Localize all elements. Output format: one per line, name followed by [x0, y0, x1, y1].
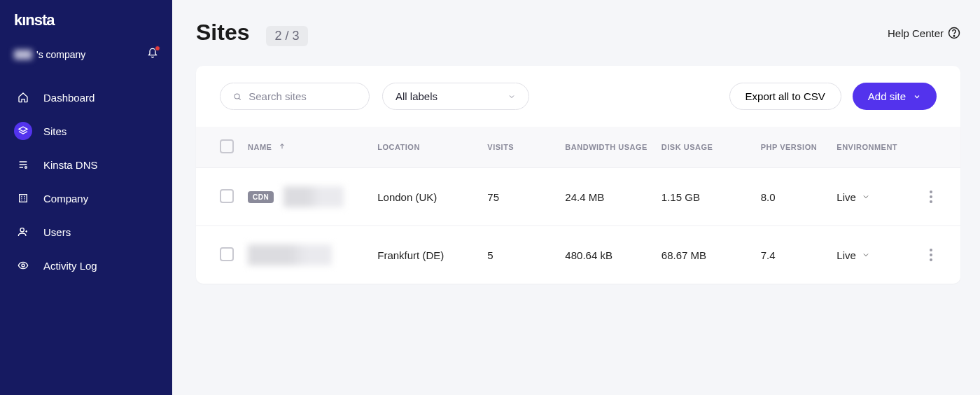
- sidebar-item-label: Activity Log: [43, 260, 97, 272]
- svg-text:kınsta: kınsta: [14, 13, 55, 28]
- toolbar: All labels Export all to CSV Add site: [196, 66, 960, 127]
- site-name-redacted: [284, 186, 344, 207]
- company-switcher[interactable]: 's company: [0, 41, 172, 68]
- svg-point-1: [25, 167, 27, 169]
- column-header-disk[interactable]: DISK USAGE: [662, 143, 713, 151]
- export-csv-button[interactable]: Export all to CSV: [729, 83, 841, 110]
- cell-bandwidth: 480.64 kB: [558, 226, 654, 284]
- dns-icon: [18, 159, 29, 170]
- chevron-down-icon: [913, 92, 921, 101]
- help-center-link[interactable]: Help Center: [888, 27, 960, 39]
- column-header-name[interactable]: NAME: [248, 143, 272, 151]
- site-name-redacted: [248, 244, 332, 265]
- nav: Dashboard Sites Kinsta DNS Company Users…: [0, 81, 172, 282]
- help-center-label: Help Center: [888, 27, 944, 39]
- sites-card: All labels Export all to CSV Add site: [196, 66, 960, 284]
- environment-label: Live: [836, 249, 856, 261]
- svg-point-7: [234, 93, 239, 98]
- column-header-environment[interactable]: ENVIRONMENT: [836, 143, 897, 151]
- svg-point-3: [20, 228, 24, 232]
- table-row[interactable]: CDN London (UK) 75 24.4 MB 1.15 GB 8.0 L…: [196, 168, 960, 226]
- row-checkbox[interactable]: [220, 247, 234, 261]
- sidebar-item-label: Users: [43, 226, 71, 238]
- row-checkbox[interactable]: [220, 189, 234, 203]
- column-header-location[interactable]: LOCATION: [377, 143, 420, 151]
- company-suffix: 's company: [36, 49, 85, 60]
- cell-bandwidth: 24.4 MB: [558, 168, 654, 226]
- svg-rect-2: [20, 195, 27, 202]
- building-icon: [18, 193, 29, 204]
- cell-visits: 75: [480, 168, 558, 226]
- cell-disk: 68.67 MB: [654, 226, 754, 284]
- row-actions-button[interactable]: [925, 244, 937, 265]
- help-icon: [948, 27, 960, 39]
- sites-table: NAME LOCATION VISITS BANDWIDTH USAGE DIS…: [196, 127, 960, 284]
- search-input[interactable]: [248, 90, 356, 102]
- cell-disk: 1.15 GB: [654, 168, 754, 226]
- sidebar-item-label: Kinsta DNS: [43, 159, 98, 171]
- users-icon: [18, 226, 29, 237]
- cell-php: 7.4: [754, 226, 830, 284]
- sort-asc-icon: [279, 143, 286, 150]
- environment-dropdown[interactable]: Live: [836, 191, 911, 203]
- environment-dropdown[interactable]: Live: [836, 249, 911, 261]
- cell-php: 8.0: [754, 168, 830, 226]
- row-actions-button[interactable]: [925, 186, 937, 207]
- cell-location: London (UK): [370, 168, 480, 226]
- sidebar-item-sites[interactable]: Sites: [0, 114, 172, 148]
- add-site-label: Add site: [868, 90, 906, 102]
- page-header: Sites 2 / 3 Help Center: [196, 20, 960, 46]
- sidebar-item-label: Dashboard: [43, 92, 94, 104]
- page-title: Sites: [196, 20, 249, 46]
- main-content: Sites 2 / 3 Help Center All labels: [172, 0, 980, 395]
- notification-dot-icon: [155, 46, 160, 51]
- search-icon: [233, 92, 241, 102]
- sidebar-item-company[interactable]: Company: [0, 181, 172, 215]
- cell-location: Frankfurt (DE): [370, 226, 480, 284]
- environment-label: Live: [836, 191, 856, 203]
- sidebar-item-label: Sites: [43, 125, 66, 137]
- column-header-bandwidth[interactable]: BANDWIDTH USAGE: [565, 143, 648, 151]
- eye-icon: [18, 260, 29, 271]
- svg-point-6: [953, 35, 955, 36]
- sidebar-item-dns[interactable]: Kinsta DNS: [0, 148, 172, 181]
- labels-filter-label: All labels: [396, 90, 438, 102]
- labels-filter-dropdown[interactable]: All labels: [382, 83, 529, 110]
- sidebar-item-label: Company: [43, 193, 88, 205]
- chevron-down-icon: [507, 92, 516, 101]
- chevron-down-icon: [862, 251, 870, 259]
- table-row[interactable]: Frankfurt (DE) 5 480.64 kB 68.67 MB 7.4 …: [196, 226, 960, 284]
- sidebar: kınsta 's company Dashboard Sites: [0, 0, 172, 395]
- site-count-badge: 2 / 3: [266, 26, 307, 46]
- select-all-checkbox[interactable]: [220, 139, 234, 153]
- add-site-button[interactable]: Add site: [853, 83, 937, 110]
- chevron-down-icon: [862, 193, 870, 201]
- cdn-badge: CDN: [248, 191, 274, 203]
- cell-visits: 5: [480, 226, 558, 284]
- sidebar-item-users[interactable]: Users: [0, 215, 172, 249]
- layers-icon: [18, 125, 29, 137]
- company-name-redacted: [14, 50, 32, 60]
- sidebar-item-dashboard[interactable]: Dashboard: [0, 81, 172, 114]
- brand-logo: kınsta: [0, 13, 172, 41]
- column-header-php[interactable]: PHP VERSION: [761, 143, 818, 151]
- svg-point-4: [22, 264, 24, 267]
- search-input-wrap[interactable]: [220, 83, 370, 110]
- notifications-button[interactable]: [147, 48, 158, 61]
- column-header-visits[interactable]: VISITS: [487, 143, 514, 151]
- sidebar-item-activity[interactable]: Activity Log: [0, 249, 172, 282]
- home-icon: [18, 92, 29, 103]
